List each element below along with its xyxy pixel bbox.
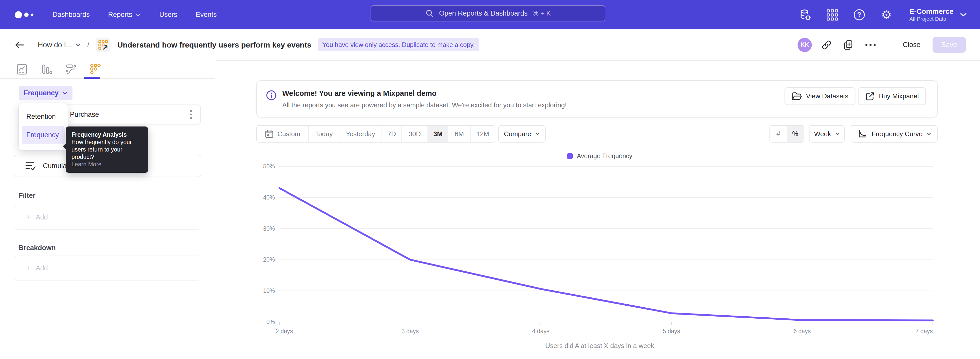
percent-toggle[interactable]: % — [787, 126, 803, 142]
chevron-down-icon — [927, 132, 931, 136]
banner-subtitle: All the reports you see are powered by a… — [282, 101, 566, 109]
divider — [888, 38, 888, 53]
nav-item-label: Events — [196, 11, 217, 19]
nav-item-reports[interactable]: Reports — [108, 11, 141, 19]
breadcrumb-separator: / — [87, 41, 89, 49]
banner-title: Welcome! You are viewing a Mixpanel demo — [282, 89, 566, 97]
svg-text:10%: 10% — [263, 287, 275, 294]
arrow-left-icon — [14, 41, 24, 49]
query-sidebar: Frequency Purchase Retention Frequency F… — [0, 60, 215, 359]
buy-mixpanel-button[interactable]: Buy Mixpanel — [858, 88, 926, 105]
view-only-badge[interactable]: You have view only access. Duplicate to … — [318, 38, 479, 51]
global-search-input[interactable]: Open Reports & Dashboards ⌘ + K — [371, 5, 605, 21]
nav-item-events[interactable]: Events — [196, 11, 217, 19]
nav-item-label: Reports — [108, 11, 132, 19]
insights-chart-icon — [16, 63, 28, 75]
range-30d[interactable]: 30D — [401, 126, 428, 142]
nav-menu: Dashboards Reports Users Events — [52, 11, 217, 19]
report-title: Understand how frequently users perform … — [118, 41, 311, 49]
copy-link-icon[interactable] — [819, 38, 834, 52]
active-tab-indicator — [84, 77, 100, 79]
add-label: Add — [36, 264, 48, 272]
tab-funnels[interactable] — [40, 63, 52, 75]
chevron-down-icon — [76, 43, 81, 46]
svg-text:6 days: 6 days — [794, 328, 811, 335]
svg-text:7 days: 7 days — [915, 328, 933, 335]
mixpanel-logo-icon[interactable] — [15, 11, 38, 18]
range-12m[interactable]: 12M — [470, 126, 495, 142]
plus-icon: + — [27, 264, 31, 272]
analysis-type-selector[interactable]: Frequency — [19, 86, 73, 100]
calendar-icon — [265, 129, 274, 139]
chart-caption: Users did A at least X days in a week — [255, 342, 944, 350]
tab-insights[interactable] — [16, 63, 28, 75]
chart-type-label: Frequency Curve — [872, 130, 922, 138]
add-label: Add — [36, 213, 48, 221]
range-7d[interactable]: 7D — [382, 126, 401, 142]
frequency-tooltip: Frequency Analysis How frequently do you… — [66, 126, 148, 173]
top-nav: Dashboards Reports Users Events Open Rep… — [0, 0, 980, 29]
tab-retention[interactable] — [89, 63, 102, 75]
absolute-count-toggle[interactable]: # — [770, 126, 787, 142]
chevron-down-icon — [960, 13, 967, 17]
compare-button[interactable]: Compare — [498, 125, 546, 143]
svg-text:40%: 40% — [263, 194, 275, 201]
close-button[interactable]: Close — [897, 37, 926, 53]
search-icon — [425, 9, 434, 18]
breakdown-add-button[interactable]: + Add — [14, 255, 201, 281]
view-datasets-button[interactable]: View Datasets — [784, 88, 856, 105]
project-switcher[interactable]: E-Commerce All Project Data — [909, 7, 967, 22]
event-options-kebab-icon[interactable] — [189, 108, 193, 121]
range-custom[interactable]: Custom — [257, 126, 308, 142]
svg-text:20%: 20% — [263, 256, 275, 263]
menu-item-frequency[interactable]: Frequency — [22, 126, 65, 144]
tab-flows[interactable] — [65, 63, 77, 75]
filter-add-button[interactable]: + Add — [14, 205, 201, 230]
range-3m[interactable]: 3M — [428, 126, 448, 142]
range-today[interactable]: Today — [308, 126, 339, 142]
range-label: Custom — [277, 130, 301, 138]
svg-text:4 days: 4 days — [532, 328, 549, 335]
help-icon[interactable]: ? — [853, 8, 866, 21]
report-header: How do I... / Understand how frequently … — [0, 29, 980, 60]
menu-item-retention[interactable]: Retention — [22, 107, 65, 126]
learn-more-link[interactable]: Learn More — [72, 161, 102, 168]
back-button[interactable] — [14, 41, 24, 49]
duplicate-icon[interactable] — [842, 38, 856, 52]
frequency-line-chart: 0%10%20%30%40%50%2 days3 days4 days5 day… — [255, 151, 944, 359]
range-6m[interactable]: 6M — [448, 126, 470, 142]
svg-text:50%: 50% — [263, 163, 275, 170]
compare-label: Compare — [504, 130, 531, 138]
funnel-bars-icon — [41, 63, 52, 75]
breadcrumb[interactable]: How do I... — [38, 41, 81, 49]
view-datasets-label: View Datasets — [806, 92, 848, 100]
nav-item-dashboards[interactable]: Dashboards — [52, 11, 90, 19]
date-range-selector: Custom Today Yesterday 7D 30D 3M 6M 12M — [256, 125, 495, 143]
settings-gear-icon[interactable]: ⚙ — [880, 8, 893, 21]
tooltip-arrow — [63, 144, 66, 150]
list-check-icon — [25, 161, 36, 171]
svg-text:30%: 30% — [263, 225, 275, 232]
interval-dropdown[interactable]: Week — [809, 125, 845, 143]
chevron-down-icon — [62, 91, 67, 95]
chart-type-dropdown[interactable]: Frequency Curve — [851, 125, 938, 143]
data-management-icon[interactable] — [799, 8, 812, 21]
more-options-icon[interactable] — [863, 38, 878, 52]
svg-text:3 days: 3 days — [401, 328, 419, 335]
value-format-toggle: # % — [770, 125, 804, 143]
breadcrumb-label: How do I... — [38, 41, 72, 49]
nav-item-users[interactable]: Users — [159, 11, 177, 19]
svg-text:2 days: 2 days — [275, 328, 293, 335]
event-name: Purchase — [70, 111, 99, 118]
svg-text:0%: 0% — [266, 319, 275, 325]
demo-banner: Welcome! You are viewing a Mixpanel demo… — [256, 80, 938, 118]
report-tabs — [0, 60, 215, 79]
tooltip-title: Frequency Analysis — [72, 131, 142, 139]
save-button[interactable]: Save — [932, 37, 966, 53]
range-yesterday[interactable]: Yesterday — [339, 126, 382, 142]
project-scope: All Project Data — [909, 16, 953, 22]
buy-mixpanel-label: Buy Mixpanel — [879, 92, 919, 100]
project-name: E-Commerce — [909, 7, 953, 16]
apps-grid-icon[interactable] — [826, 8, 839, 21]
avatar[interactable]: KK — [797, 38, 812, 52]
